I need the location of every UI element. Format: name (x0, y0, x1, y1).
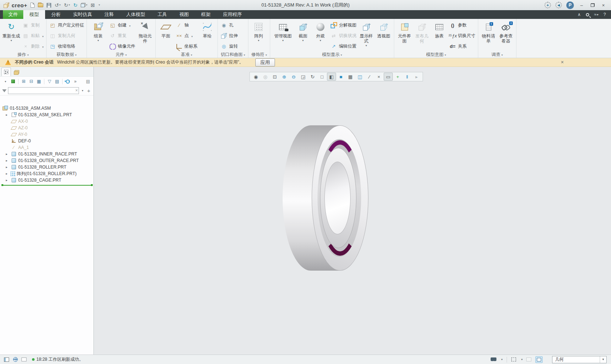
switch-state-button[interactable]: ⇄切换状况 (330, 31, 356, 40)
display-style-icon[interactable]: □ (318, 73, 327, 81)
tab-file[interactable]: 文件 (3, 10, 23, 19)
quick-toolbar-options-button[interactable]: ▾ (98, 4, 100, 7)
assemble-caret-icon[interactable] (97, 39, 99, 42)
select-window-icon[interactable]: ▭ (384, 73, 393, 81)
shaded-icon[interactable]: ■ (336, 73, 346, 81)
open-button[interactable] (38, 3, 43, 7)
tree-filter-input[interactable] (8, 87, 79, 94)
expand-arrow-icon[interactable]: ▸ (6, 178, 11, 182)
zoom-in-icon[interactable]: ⊕ (280, 73, 289, 81)
repaint-icon[interactable]: ◲ (299, 73, 308, 81)
window-switch-button[interactable]: ▾ (81, 3, 87, 7)
hole-button[interactable]: ◉孔 (220, 21, 238, 30)
revolve-button[interactable]: ◎旋转 (220, 42, 238, 51)
group-label-cut-surface[interactable]: 切口和曲面 (218, 52, 248, 58)
udf-button[interactable]: ◰用户定义特征 (49, 21, 84, 30)
exploded-view-button[interactable]: 分解视图 (330, 21, 356, 30)
tree-options-gear-icon[interactable] (64, 78, 71, 85)
appearances-button[interactable]: 外观 (312, 20, 329, 52)
graphics-area[interactable]: ◉ ◎ ⊡ ⊕ ⊖ ◲ ↻ □ ◧ ■ ▦ ◫ ∕ × ▭ + (94, 67, 611, 355)
tree-item[interactable]: ▸ 01-51328_ASM.ASM (0, 105, 93, 112)
group-label-model-intent[interactable]: 模型意图 (394, 52, 478, 58)
tree-item[interactable]: ▸ 01-51328_CAGE.PRT (0, 177, 93, 183)
user-avatar[interactable]: P (566, 1, 574, 9)
view-manager-icon[interactable]: ▦ (346, 73, 355, 81)
parameters-button[interactable]: ()参数 (449, 21, 475, 30)
delete-caret-icon[interactable] (41, 44, 44, 49)
manage-views-button[interactable]: 管理视图 (272, 20, 294, 52)
tab-tools[interactable]: 工具 (151, 10, 173, 19)
tree-overflow-icon[interactable]: » (72, 78, 79, 85)
selection-filter-caret-icon[interactable]: ▼ (600, 356, 606, 363)
appearances-caret-icon[interactable] (320, 39, 321, 42)
folder-browser-tab[interactable] (12, 68, 21, 76)
tree-item[interactable]: ▸ AZ-0 (0, 125, 93, 131)
paste-caret-icon[interactable] (41, 33, 44, 39)
filter-caret-icon[interactable]: ▾ (80, 89, 85, 92)
expand-arrow-icon[interactable]: ▸ (6, 172, 11, 175)
regenerate-button[interactable]: ↻ 重新生成 (1, 20, 21, 52)
datum-display-icon[interactable]: ∕ (365, 73, 374, 81)
switch-dimensions-button[interactable]: ¹⁵ƒx切换尺寸 (449, 31, 475, 40)
sections-caret-icon[interactable] (302, 39, 304, 42)
save-button[interactable] (47, 3, 51, 8)
regenerate-quick-button[interactable]: ↻ (73, 3, 77, 8)
tab-analysis[interactable]: 分析 (45, 10, 67, 19)
copy-geometry-button[interactable]: ◫复制几何 (49, 31, 84, 40)
family-table-button[interactable]: 族表 (431, 20, 448, 52)
filter-clear-icon[interactable]: × (75, 88, 78, 93)
group-label-investigate[interactable]: 调查 (478, 52, 516, 58)
publish-geometry-button[interactable]: 发布几何 (413, 20, 431, 52)
csys-button[interactable]: 坐标系 (176, 42, 197, 51)
find-button[interactable] (490, 356, 497, 363)
find-options-caret-icon[interactable]: ▾ (500, 358, 504, 361)
model-tree-tab[interactable] (1, 68, 11, 76)
sections-button[interactable]: 截面 (294, 20, 312, 52)
shading-with-edges-icon[interactable]: ◧ (327, 73, 336, 81)
tree-item[interactable]: ▸ 01-51328_OUTER_RACE.PRT (0, 157, 93, 164)
select-list-button[interactable] (525, 356, 532, 363)
component-interface-button[interactable]: 元件界面 (396, 20, 413, 52)
tree-detach-icon[interactable]: ▤ (85, 78, 91, 85)
insert-here-indicator[interactable] (2, 185, 92, 186)
shrinkwrap-button[interactable]: ◳收缩包络 (49, 42, 84, 51)
tab-view[interactable]: 视图 (173, 10, 195, 19)
tab-applications[interactable]: 应用程序 (217, 10, 248, 19)
expand-arrow-icon[interactable]: ▸ (6, 113, 11, 117)
redo-button[interactable]: ↻▾ (64, 3, 70, 8)
tree-item[interactable]: ▸ AA_1 (0, 144, 93, 151)
tree-item[interactable]: ▸ 01-51328_ROLLER.PRT (0, 164, 93, 170)
apply-button[interactable]: 应用 (255, 58, 275, 66)
minimize-button[interactable]: – (578, 3, 585, 8)
close-window-button[interactable]: ⊠ (91, 3, 95, 8)
pattern-caret-icon[interactable] (258, 39, 259, 42)
zoom-out-icon[interactable]: ⊖ (289, 73, 298, 81)
select-box-button[interactable] (510, 356, 517, 363)
group-label-datum[interactable]: 基准 (156, 52, 217, 58)
point-caret-icon[interactable] (191, 33, 193, 39)
sync-update-icon[interactable]: ◄ (555, 2, 562, 8)
redo-caret-icon[interactable]: ▾ (68, 4, 70, 7)
drag-components-button[interactable]: × 拖动元件 (136, 20, 154, 52)
connection-status-button[interactable]: ≈▾ (594, 12, 599, 17)
tab-live-simulation[interactable]: 实时仿真 (67, 10, 98, 19)
expand-all-icon[interactable]: ⊞ (20, 78, 27, 85)
tree-save-icon[interactable]: ▤ (54, 78, 60, 85)
tree-item[interactable]: ▸ 01-51328_INNER_RACE.PRT (0, 151, 93, 157)
sketch-button[interactable]: 草绘 (199, 20, 216, 52)
group-label-modifiers[interactable]: 修饰符 (248, 52, 270, 58)
axis-button[interactable]: ∕轴 (176, 21, 197, 30)
play-icon[interactable]: ▸ (412, 73, 421, 81)
tab-manikin[interactable]: 人体模型 (120, 10, 151, 19)
show-eye-icon[interactable]: ◉ (251, 73, 260, 81)
group-label-component[interactable]: 元件 (87, 52, 155, 58)
display-style-button[interactable]: 显示样式 (358, 20, 375, 52)
group-label-get-data[interactable]: 获取数据 (47, 52, 87, 58)
notification-close-icon[interactable]: × (559, 59, 565, 65)
group-label-model-display[interactable]: 模型显示 (270, 52, 394, 58)
tree-settings-caret-icon[interactable]: ▾ (2, 78, 9, 85)
reference-viewer-button[interactable]: i 参考查看器 (497, 20, 515, 52)
tree-item[interactable]: ▸ AX-0 (0, 118, 93, 125)
regenerate-caret-icon[interactable] (11, 39, 12, 42)
tree-item[interactable]: ▸ 阵列(01-51328_ROLLER.PRT) (0, 170, 93, 177)
